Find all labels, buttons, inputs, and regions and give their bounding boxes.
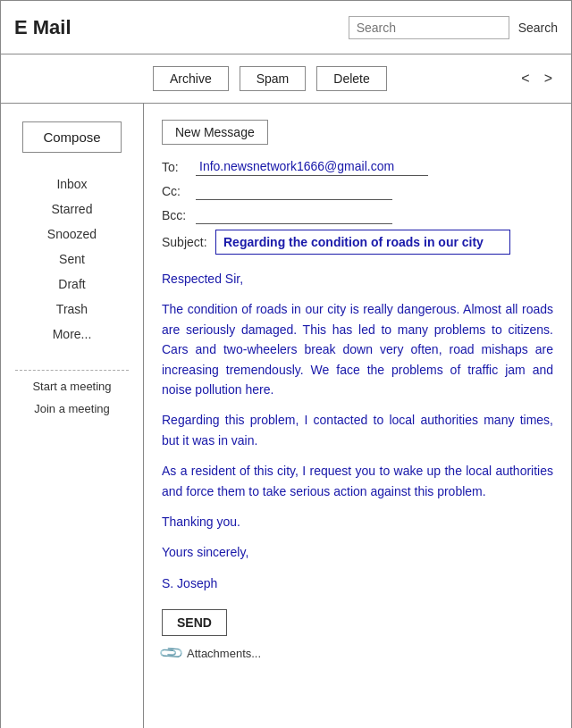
compose-button[interactable]: Compose xyxy=(22,121,121,153)
cc-field[interactable] xyxy=(196,181,392,200)
body-greeting: Respected Sir, xyxy=(162,269,553,289)
sidebar-nav: Inbox Starred Snoozed Sent Draft Trash M… xyxy=(1,175,143,343)
sidebar-item-inbox[interactable]: Inbox xyxy=(56,175,87,193)
cc-label: Cc: xyxy=(162,184,196,198)
spam-button[interactable]: Spam xyxy=(240,66,307,91)
attachments-row: 📎 Attachments... xyxy=(162,643,553,663)
delete-button[interactable]: Delete xyxy=(316,66,386,91)
to-row: To: xyxy=(162,157,553,176)
search-input[interactable] xyxy=(349,16,509,39)
prev-button[interactable]: < xyxy=(516,69,534,88)
header: E Mail Search xyxy=(1,1,571,54)
start-meeting-item[interactable]: Start a meeting xyxy=(32,380,111,393)
send-section: SEND 📎 Attachments... xyxy=(162,609,553,663)
archive-button[interactable]: Archive xyxy=(153,66,229,91)
body-paragraph3: As a resident of this city, I request yo… xyxy=(162,461,553,501)
attachments-label[interactable]: Attachments... xyxy=(187,647,261,660)
content-area: New Message To: Cc: Bcc: Subject: xyxy=(144,104,571,728)
sidebar-item-trash[interactable]: Trash xyxy=(56,300,88,318)
to-field[interactable] xyxy=(196,157,428,176)
sidebar-item-more[interactable]: More... xyxy=(53,325,92,343)
to-label: To: xyxy=(162,160,196,174)
sidebar: Compose Inbox Starred Snoozed Sent Draft… xyxy=(1,104,144,728)
body-name: S. Joseph xyxy=(162,573,553,593)
body-paragraph1: The condition of roads in our city is re… xyxy=(162,299,553,399)
sidebar-item-draft[interactable]: Draft xyxy=(58,275,85,293)
app-title: E Mail xyxy=(14,16,157,39)
body-yours: Yours sincerely, xyxy=(162,542,553,562)
bcc-field[interactable] xyxy=(196,205,392,224)
subject-row: Subject: xyxy=(162,230,553,255)
bcc-row: Bcc: xyxy=(162,205,553,224)
toolbar: Archive Spam Delete < > xyxy=(1,54,571,104)
body-paragraph2: Regarding this problem, I contacted to l… xyxy=(162,410,553,450)
email-body: Respected Sir, The condition of roads in… xyxy=(162,269,553,593)
sidebar-item-starred[interactable]: Starred xyxy=(52,200,93,218)
subject-field[interactable] xyxy=(215,230,510,255)
send-button[interactable]: SEND xyxy=(162,609,227,636)
sidebar-meeting: Start a meeting Join a meeting xyxy=(32,380,111,415)
next-button[interactable]: > xyxy=(539,69,558,88)
pagination-nav: < > xyxy=(516,69,558,88)
new-message-button[interactable]: New Message xyxy=(162,120,268,145)
bcc-label: Bcc: xyxy=(162,208,196,222)
paperclip-icon: 📎 xyxy=(157,640,185,667)
header-right: Search xyxy=(157,16,558,39)
main-layout: Compose Inbox Starred Snoozed Sent Draft… xyxy=(1,104,571,728)
join-meeting-item[interactable]: Join a meeting xyxy=(34,402,110,415)
email-form: To: Cc: Bcc: Subject: Respected Sir, xyxy=(162,157,553,663)
sidebar-item-snoozed[interactable]: Snoozed xyxy=(47,225,97,243)
search-label: Search xyxy=(518,21,558,35)
subject-label: Subject: xyxy=(162,235,215,249)
sidebar-divider xyxy=(15,370,129,371)
body-thanking: Thanking you. xyxy=(162,512,553,531)
sidebar-item-sent[interactable]: Sent xyxy=(59,250,85,268)
cc-row: Cc: xyxy=(162,181,553,200)
